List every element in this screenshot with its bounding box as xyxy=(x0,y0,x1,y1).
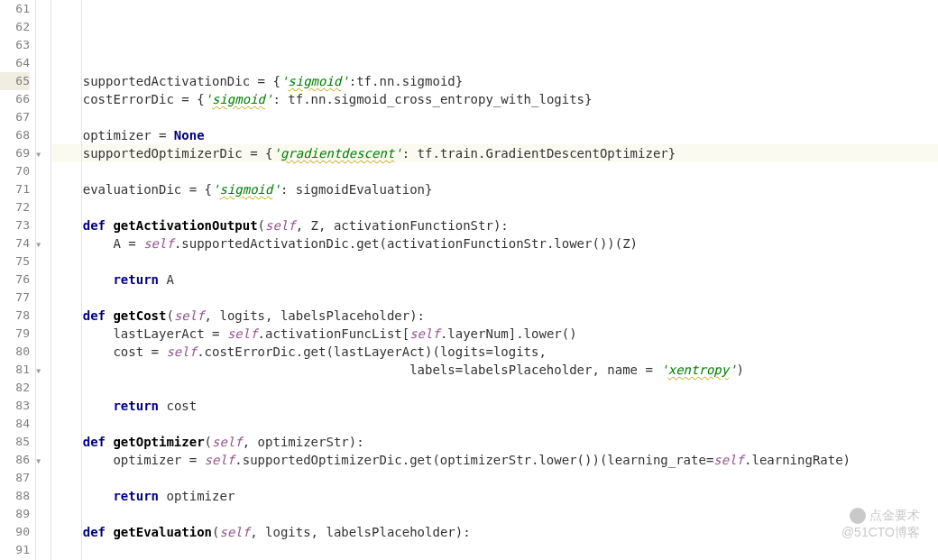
code-line[interactable]: A = self.supportedActivationDic.get(acti… xyxy=(52,234,938,252)
line-number: 90 xyxy=(0,523,30,541)
code-line[interactable] xyxy=(52,469,938,487)
line-number: 85 xyxy=(0,433,30,451)
code-line[interactable] xyxy=(52,198,938,216)
line-number: 75 xyxy=(0,252,30,271)
code-token: .costErrorDic.get(lastLayerAct)(logits=l… xyxy=(197,344,547,359)
code-line[interactable]: def getOptimizer(self, optimizerStr): xyxy=(52,433,938,451)
code-token: self xyxy=(713,453,744,467)
code-token: evaluationDic = { xyxy=(52,182,212,197)
code-token xyxy=(52,218,83,233)
line-number: 89 xyxy=(0,505,30,523)
code-line[interactable]: def getActivationOutput(self, Z, activat… xyxy=(52,216,938,234)
code-token: xentropy xyxy=(668,363,729,377)
code-line[interactable] xyxy=(52,289,938,307)
line-number: 65 xyxy=(0,72,30,90)
code-token: , logits, labelsPlaceholder): xyxy=(205,308,425,323)
code-token: self xyxy=(205,453,235,467)
line-number: 77 xyxy=(0,289,30,307)
code-token: getEvaluation xyxy=(113,525,212,539)
code-token: ( xyxy=(205,435,212,449)
code-token: self xyxy=(409,326,440,341)
code-token: optimizer = xyxy=(52,128,174,142)
code-line[interactable]: optimizer = None xyxy=(52,126,938,144)
code-line[interactable] xyxy=(52,541,938,559)
code-token: : sigmoidEvaluation} xyxy=(280,182,433,197)
line-number: 72 xyxy=(0,198,30,216)
code-line[interactable]: supportedOptimizerDic = {'gradientdescen… xyxy=(52,144,938,162)
code-token: .learningRate) xyxy=(744,453,851,467)
line-number: 61 xyxy=(0,0,30,18)
line-number: 69 xyxy=(0,144,30,162)
code-line[interactable]: cost = self.costErrorDic.get(lastLayerAc… xyxy=(52,343,938,361)
code-token: , optimizerStr): xyxy=(243,435,364,449)
code-token xyxy=(52,525,83,539)
code-area[interactable]: supportedActivationDic = {'sigmoid':tf.n… xyxy=(36,0,938,560)
line-number: 71 xyxy=(0,180,30,198)
code-token: supportedOptimizerDic = { xyxy=(52,146,272,161)
code-line[interactable]: supportedActivationDic = {'sigmoid':tf.n… xyxy=(52,72,938,90)
code-token: None xyxy=(174,128,205,142)
code-token: :tf.nn.sigmoid} xyxy=(349,74,463,88)
code-token: self xyxy=(227,326,258,341)
code-line[interactable] xyxy=(52,162,938,180)
code-token: labels=labelsPlaceholder, name = xyxy=(52,363,660,377)
code-token: ' xyxy=(729,363,736,377)
code-line[interactable] xyxy=(52,415,938,433)
code-token: ' xyxy=(272,182,280,197)
line-number: 78 xyxy=(0,307,30,325)
code-line[interactable]: optimizer = self.supportedOptimizerDic.g… xyxy=(52,451,938,469)
code-token: supportedActivationDic = { xyxy=(52,74,280,88)
code-token: .supportedOptimizerDic.get(optimizerStr.… xyxy=(234,453,713,467)
code-token: ( xyxy=(258,218,265,233)
code-token: getActivationOutput xyxy=(113,218,257,233)
code-line[interactable]: lastLayerAct = self.activationFuncList[s… xyxy=(52,325,938,343)
line-number: 81 xyxy=(0,361,30,379)
code-token: getCost xyxy=(113,308,166,323)
code-line[interactable] xyxy=(52,505,938,523)
code-line[interactable]: return cost xyxy=(52,397,938,415)
code-token: def xyxy=(83,525,114,539)
code-line[interactable]: evaluationDic = {'sigmoid': sigmoidEvalu… xyxy=(52,180,938,198)
code-token: cost = xyxy=(52,344,166,359)
code-token: return xyxy=(113,399,166,413)
code-token: .layerNum].lower() xyxy=(440,326,577,341)
code-token: ( xyxy=(166,308,173,323)
code-token: A xyxy=(166,272,173,287)
line-number: 73 xyxy=(0,216,30,234)
code-token: def xyxy=(83,435,114,449)
code-token: .supportedActivationDic.get(activationFu… xyxy=(174,236,638,251)
code-token: ' xyxy=(205,92,212,106)
code-line[interactable] xyxy=(52,379,938,397)
line-number: 91 xyxy=(0,541,30,559)
code-token: ' xyxy=(394,146,401,161)
code-token: return xyxy=(113,272,166,287)
code-line[interactable]: def getEvaluation(self, logits, labelsPl… xyxy=(52,523,938,541)
line-number: 87 xyxy=(0,469,30,487)
line-number: 64 xyxy=(0,54,30,72)
code-line[interactable]: labels=labelsPlaceholder, name = 'xentro… xyxy=(52,361,938,379)
line-number: 83 xyxy=(0,397,30,415)
line-number: 76 xyxy=(0,271,30,289)
code-line[interactable]: return optimizer xyxy=(52,487,938,505)
code-line[interactable]: def getCost(self, logits, labelsPlacehol… xyxy=(52,307,938,325)
code-token: A = xyxy=(52,236,143,251)
code-editor: 6162636465666768697071727374757677787980… xyxy=(0,0,938,560)
line-number: 68 xyxy=(0,126,30,144)
code-token: return xyxy=(113,489,166,503)
line-number: 62 xyxy=(0,18,30,36)
line-number: 63 xyxy=(0,36,30,54)
code-line[interactable]: return A xyxy=(52,271,938,289)
code-token: ' xyxy=(272,146,280,161)
code-token: cost xyxy=(166,399,197,413)
code-token: self xyxy=(174,308,205,323)
code-token xyxy=(52,435,83,449)
code-token: , Z, activationFunctionStr): xyxy=(296,218,509,233)
code-line[interactable] xyxy=(52,108,938,126)
code-line[interactable]: costErrorDic = {'sigmoid': tf.nn.sigmoid… xyxy=(52,90,938,108)
code-token xyxy=(52,308,83,323)
code-token xyxy=(52,272,113,287)
code-token: sigmoid xyxy=(219,182,272,197)
code-line[interactable] xyxy=(52,252,938,271)
line-number: 67 xyxy=(0,108,30,126)
code-token: : tf.nn.sigmoid_cross_entropy_with_logit… xyxy=(272,92,592,106)
